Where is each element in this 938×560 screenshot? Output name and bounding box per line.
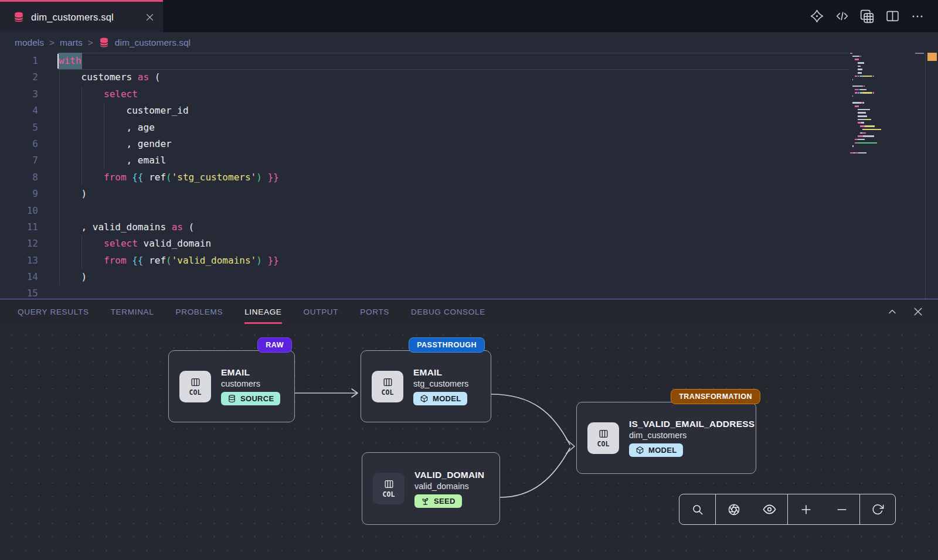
code-text: , valid_domains as ( <box>59 219 194 235</box>
node-column-name: IS_VALID_EMAIL_ADDRESS <box>629 419 745 429</box>
breadcrumb-item-dim-customers-sql[interactable]: dim_customers.sql <box>115 37 191 48</box>
breadcrumb-item-models[interactable]: models <box>15 37 44 48</box>
more-actions-icon[interactable] <box>908 6 927 26</box>
code-line: 10 <box>0 203 938 219</box>
line-number: 9 <box>0 186 38 202</box>
panel-tab-ports[interactable]: PORTS <box>360 299 389 324</box>
model-badge: MODEL <box>629 443 683 457</box>
minimap-line <box>850 105 916 107</box>
code-line: 13 from {{ ref('valid_domains') }} <box>0 252 938 269</box>
database-icon <box>13 11 25 23</box>
code-line: 9 ) <box>0 186 938 202</box>
resource-badge-label: MODEL <box>433 394 461 403</box>
panel-header-actions <box>884 303 926 320</box>
panel-tab-output[interactable]: OUTPUT <box>304 299 339 324</box>
panel-tab-lineage[interactable]: LINEAGE <box>244 299 281 324</box>
code-line: 5 , age <box>0 119 938 136</box>
code-line: 14 ) <box>0 269 938 285</box>
minimap-line <box>850 69 916 70</box>
database-icon <box>98 37 110 48</box>
node-model-name: dim_customers <box>629 431 745 440</box>
close-tab-icon[interactable] <box>145 12 155 22</box>
lineage-node-stg_customers[interactable]: PASSTHROUGHCOLEMAILstg_customersMODEL <box>361 350 491 422</box>
copy-table-icon[interactable] <box>857 6 877 26</box>
editor-tab-dim-customers[interactable]: dim_customers.sql <box>0 0 163 32</box>
code-line: 4 customer_id <box>0 103 938 119</box>
minimap-line <box>850 145 916 147</box>
lineage-node-customers[interactable]: RAWCOLEMAILcustomersSOURCE <box>168 350 295 422</box>
tab-title: dim_customers.sql <box>31 12 114 23</box>
minimap[interactable] <box>850 53 916 155</box>
refresh-icon[interactable] <box>860 494 895 524</box>
code-line: 8 from {{ ref('stg_customers') }} <box>0 169 938 186</box>
column-chip: COL <box>179 371 211 402</box>
close-panel-icon[interactable] <box>910 303 926 320</box>
breadcrumb-item-marts[interactable]: marts <box>60 37 83 48</box>
minimap-line <box>850 132 916 134</box>
split-editor-icon[interactable] <box>882 6 902 26</box>
breadcrumb: models>marts> dim_customers.sql <box>0 32 938 53</box>
code-view-icon[interactable] <box>832 6 852 26</box>
node-model-name: stg_customers <box>413 379 468 388</box>
panel-tab-debug-console[interactable]: DEBUG CONSOLE <box>411 299 485 324</box>
column-chip-label: COL <box>382 388 394 397</box>
panel-tabs: QUERY RESULTSTERMINALPROBLEMSLINEAGEOUTP… <box>18 299 485 324</box>
minimap-line <box>850 119 916 121</box>
minimap-line <box>850 53 916 54</box>
lineage-toolbar <box>679 494 896 525</box>
code-text: ) <box>59 186 87 202</box>
breadcrumb-separator: > <box>88 37 93 48</box>
panel-tab-terminal[interactable]: TERMINAL <box>111 299 154 324</box>
minimap-line <box>850 56 916 57</box>
tab-bar: dim_customers.sql <box>0 0 938 32</box>
code-line: 1with <box>0 53 938 69</box>
minimap-line <box>850 72 916 74</box>
column-chip-label: COL <box>189 388 202 397</box>
minimap-line <box>850 86 916 87</box>
zoom-out-icon[interactable] <box>824 494 859 524</box>
line-number: 5 <box>0 119 38 136</box>
code-text: select <box>59 86 138 103</box>
minimap-line <box>850 112 916 114</box>
column-chip-label: COL <box>383 490 395 498</box>
lineage-canvas[interactable]: RAWCOLEMAILcustomersSOURCEPASSTHROUGHCOL… <box>0 324 938 560</box>
panel-tab-query-results[interactable]: QUERY RESULTS <box>18 299 89 324</box>
eye-icon[interactable] <box>752 494 787 524</box>
node-column-name: EMAIL <box>221 367 280 378</box>
zoom-in-icon[interactable] <box>788 494 824 524</box>
source-badge: SOURCE <box>221 392 280 405</box>
code-text: , age <box>59 119 155 136</box>
minimap-line <box>850 122 916 124</box>
minimap-line <box>850 59 916 60</box>
code-line: 11 , valid_domains as ( <box>0 219 938 235</box>
column-chip-label: COL <box>597 440 610 448</box>
code-text: from {{ ref('stg_customers') }} <box>59 169 279 186</box>
code-editor[interactable]: 1with2 customers as (3 select4 customer_… <box>0 53 938 299</box>
lineage-node-dim_customers[interactable]: TRANSFORMATIONCOLIS_VALID_EMAIL_ADDRESSd… <box>576 402 756 474</box>
seed-badge: SEED <box>414 494 462 508</box>
minimap-line <box>850 76 916 77</box>
breadcrumb-separator: > <box>49 37 55 48</box>
panel-tab-problems[interactable]: PROBLEMS <box>176 299 223 324</box>
model-badge: MODEL <box>413 392 467 405</box>
panel-header: QUERY RESULTSTERMINALPROBLEMSLINEAGEOUTP… <box>0 299 938 324</box>
editor-actions <box>807 0 938 32</box>
line-number: 6 <box>0 136 38 152</box>
search-icon[interactable] <box>679 494 715 524</box>
code-line: 7 , email <box>0 152 938 169</box>
minimap-line <box>850 99 916 101</box>
minimap-line <box>850 152 916 154</box>
node-column-name: VALID_DOMAIN <box>414 470 484 480</box>
node-model-name: customers <box>221 379 280 388</box>
aperture-icon[interactable] <box>716 494 752 524</box>
bottom-panel: QUERY RESULTSTERMINALPROBLEMSLINEAGEOUTP… <box>0 299 938 560</box>
dbt-extension-icon[interactable] <box>807 6 827 26</box>
minimap-line <box>850 79 916 81</box>
expand-panel-icon[interactable] <box>884 303 900 320</box>
resource-badge-label: SEED <box>434 497 456 506</box>
minimap-line <box>850 142 916 144</box>
passthrough-badge: PASSTHROUGH <box>409 337 485 353</box>
code-text: customers as ( <box>59 69 160 86</box>
code-lines: 1with2 customers as (3 select4 customer_… <box>0 53 938 299</box>
lineage-node-valid_domains[interactable]: COLVALID_DOMAINvalid_domainsSEED <box>362 452 500 525</box>
